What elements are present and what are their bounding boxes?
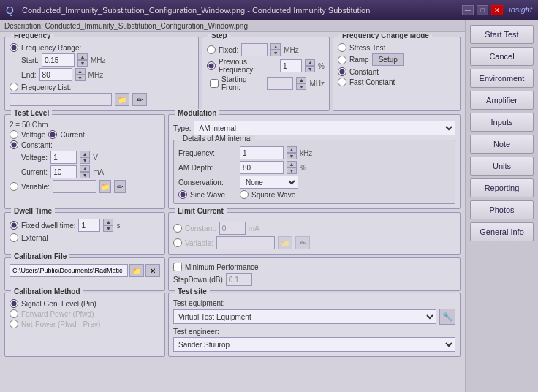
prev-freq-spinner[interactable]: ▲▼	[305, 59, 315, 72]
minimize-button[interactable]: —	[462, 5, 474, 15]
current-unit: mA	[93, 168, 104, 176]
forward-power-radio[interactable]	[10, 309, 18, 318]
mod-freq-label: Frequency:	[178, 149, 237, 157]
calib-file-browse-button[interactable]: 📁	[129, 264, 144, 277]
equipment-tool-button[interactable]: 🔧	[439, 309, 455, 325]
units-button[interactable]: Units	[470, 157, 534, 176]
fixed-dwell-label: Fixed dwell time:	[21, 222, 75, 230]
variable-tl-browse[interactable]: 📁	[99, 180, 111, 193]
calib-file-clear-button[interactable]: ✕	[145, 264, 160, 277]
engineer-select[interactable]: Sander Stuurop	[173, 337, 455, 352]
app-icon: Q	[6, 4, 18, 16]
constant-tl-radio[interactable]	[10, 140, 18, 149]
fixed-step-radio[interactable]	[207, 45, 216, 54]
general-info-button[interactable]: General Info	[470, 222, 534, 241]
maximize-button[interactable]: □	[477, 5, 488, 15]
lc-browse-button[interactable]: 📁	[278, 236, 292, 249]
calib-file-input[interactable]	[10, 264, 128, 277]
calib-method-panel: Calibration Method Signal Gen. Level (Pi…	[4, 293, 165, 357]
mod-freq-spinner[interactable]: ▲▼	[287, 146, 297, 159]
mod-depth-input[interactable]	[240, 161, 284, 174]
dwell-label: Dwell Time	[11, 207, 55, 215]
variable-tl-input[interactable]	[53, 180, 96, 193]
frequency-list-input[interactable]	[10, 93, 112, 106]
frequency-range-radio[interactable]	[10, 43, 18, 52]
starting-from-input[interactable]	[267, 77, 293, 90]
modulation-group-label: Modulation	[175, 109, 219, 117]
dwell-panel: Dwell Time Fixed dwell time: ▲▼ s Extern…	[4, 212, 165, 255]
voltage-spinner[interactable]: ▲▼	[80, 151, 90, 164]
calib-file-label: Calibration File	[11, 252, 69, 260]
voltage-input[interactable]	[50, 151, 77, 164]
limit-current-panel: Limit Current Constant: mA Variable: 📁 ✏	[168, 212, 461, 255]
signal-gen-radio[interactable]	[10, 299, 18, 308]
fixed-step-spinner[interactable]: ▲▼	[270, 43, 281, 56]
freq-list-browse-button[interactable]: 📁	[115, 93, 129, 106]
mod-depth-spinner[interactable]: ▲▼	[287, 161, 297, 174]
net-power-radio[interactable]	[10, 320, 18, 328]
freq-list-edit-button[interactable]: ✏	[132, 93, 147, 106]
start-value-input[interactable]	[42, 53, 75, 67]
close-button[interactable]: ✕	[491, 5, 503, 15]
current-radio[interactable]	[48, 130, 57, 139]
photos-button[interactable]: Photos	[470, 200, 534, 219]
lc-edit-button[interactable]: ✏	[295, 236, 310, 249]
end-value-input[interactable]	[39, 68, 72, 81]
stress-test-radio[interactable]	[338, 43, 346, 52]
starting-from-spinner[interactable]: ▲▼	[296, 77, 306, 90]
equipment-select[interactable]: Virtual Test Equipment	[173, 309, 436, 324]
starting-from-checkbox[interactable]	[210, 79, 219, 88]
variable-tl-edit[interactable]: ✏	[114, 180, 126, 193]
fast-constant-radio[interactable]	[338, 78, 346, 86]
mod-depth-unit: %	[300, 164, 306, 172]
prev-freq-radio[interactable]	[207, 61, 216, 70]
constant-radio[interactable]	[338, 67, 346, 76]
end-spinner[interactable]: ▲▼	[75, 68, 86, 81]
fixed-step-label: Fixed:	[219, 46, 238, 54]
fixed-dwell-input[interactable]	[78, 219, 100, 232]
cancel-button[interactable]: Cancel	[470, 47, 534, 66]
variable-tl-radio[interactable]	[10, 182, 18, 191]
test-level-subtitle: 2 = 50 Ohm	[10, 121, 160, 129]
lc-constant-input[interactable]	[219, 222, 246, 235]
mod-depth-label: AM Depth:	[178, 164, 237, 172]
square-wave-label: Square Wave	[251, 191, 295, 199]
fixed-dwell-radio[interactable]	[10, 221, 18, 230]
voltage-radio[interactable]	[10, 130, 18, 139]
variable-tl-label: Variable:	[21, 183, 50, 191]
note-button[interactable]: Note	[470, 135, 534, 154]
lc-constant-radio[interactable]	[173, 224, 182, 233]
current-field-label: Current:	[21, 168, 48, 176]
lc-constant-unit: mA	[249, 225, 259, 233]
signal-gen-label: Signal Gen. Level (Pin)	[21, 300, 96, 308]
prev-freq-input[interactable]	[280, 59, 302, 72]
min-perf-checkbox[interactable]	[173, 263, 182, 271]
fixed-step-input[interactable]	[241, 43, 268, 56]
environment-button[interactable]: Environment	[470, 69, 534, 88]
frequency-label: Frequency	[11, 34, 54, 39]
setup-button[interactable]: Setup	[372, 53, 404, 66]
current-input[interactable]	[50, 165, 77, 178]
mod-freq-input[interactable]	[240, 146, 284, 159]
sine-wave-radio[interactable]	[178, 190, 187, 199]
start-test-button[interactable]: Start Test	[470, 25, 534, 44]
prev-freq-unit: %	[318, 62, 325, 70]
step-down-input[interactable]	[226, 273, 252, 286]
conservation-select[interactable]: None	[240, 176, 298, 189]
ramp-radio[interactable]	[338, 56, 346, 64]
current-spinner[interactable]: ▲▼	[80, 165, 90, 178]
square-wave-radio[interactable]	[240, 190, 249, 199]
frequency-list-radio[interactable]	[10, 83, 18, 91]
forward-power-label: Forward Power (Pfwd)	[21, 310, 94, 318]
modulation-type-select[interactable]: AM internal	[194, 121, 455, 135]
end-unit: MHz	[88, 71, 104, 79]
modulation-type-label: Type:	[173, 124, 191, 132]
fixed-dwell-spinner[interactable]: ▲▼	[103, 219, 113, 232]
start-spinner[interactable]: ▲▼	[77, 53, 88, 67]
lc-variable-input[interactable]	[216, 236, 275, 249]
inputs-button[interactable]: Inputs	[470, 113, 534, 132]
amplifier-button[interactable]: Amplifier	[470, 91, 534, 110]
reporting-button[interactable]: Reporting	[470, 178, 534, 197]
lc-variable-radio[interactable]	[173, 238, 182, 247]
external-dwell-radio[interactable]	[10, 233, 18, 242]
